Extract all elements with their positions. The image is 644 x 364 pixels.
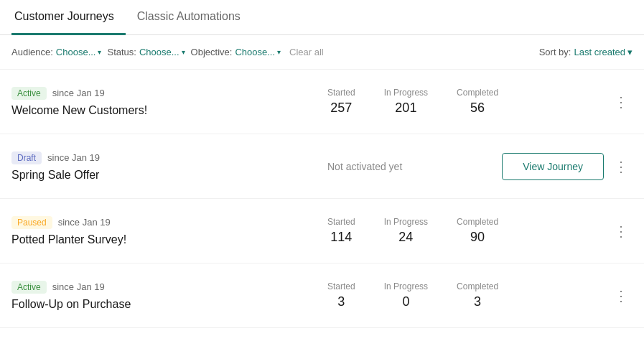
journey-row: Active since Jan 19 Follow-Up on Purchas… xyxy=(0,263,644,328)
completed-label: Completed xyxy=(457,281,498,291)
stat-in-progress: In Progress 201 xyxy=(384,88,428,116)
stat-in-progress: In Progress 24 xyxy=(384,217,428,245)
stat-started: Started 114 xyxy=(327,217,355,245)
tab-classic-automations[interactable]: Classic Automations xyxy=(126,0,252,35)
journey-left: Active since Jan 19 Follow-Up on Purchas… xyxy=(11,281,313,311)
status-chevron-icon: ▾ xyxy=(182,48,185,56)
clear-all-button[interactable]: Clear all xyxy=(289,47,324,57)
audience-chevron-icon: ▾ xyxy=(98,48,101,56)
journey-row: Draft since Jan 19 Spring Sale Offer Not… xyxy=(0,134,644,199)
started-label: Started xyxy=(327,88,355,98)
started-label: Started xyxy=(327,281,355,291)
in-progress-value: 0 xyxy=(402,294,409,309)
in-progress-label: In Progress xyxy=(384,217,428,227)
journey-meta: Paused since Jan 19 xyxy=(11,216,313,229)
journey-stats: Started 257 In Progress 201 Completed 56 xyxy=(313,88,604,116)
completed-label: Completed xyxy=(457,217,498,227)
audience-label: Audience: xyxy=(11,47,53,57)
journey-right-area: Started 3 In Progress 0 Completed 3 xyxy=(313,281,604,309)
stat-in-progress: In Progress 0 xyxy=(384,281,428,309)
journey-left: Draft since Jan 19 Spring Sale Offer xyxy=(11,151,313,182)
started-value: 114 xyxy=(330,230,352,245)
sort-chevron-icon: ▾ xyxy=(627,47,633,57)
journey-list: Active since Jan 19 Welcome New Customer… xyxy=(0,70,644,328)
journey-name: Potted Planter Survey! xyxy=(11,233,313,246)
audience-filter: Audience: Choose... ▾ xyxy=(11,47,101,57)
journey-left: Active since Jan 19 Welcome New Customer… xyxy=(11,87,313,117)
sort-label: Sort by: xyxy=(539,47,571,57)
started-label: Started xyxy=(327,217,355,227)
completed-value: 90 xyxy=(470,230,485,245)
since-text: since Jan 19 xyxy=(52,88,105,98)
more-menu-button[interactable]: ⋮ xyxy=(610,155,633,178)
journey-meta: Draft since Jan 19 xyxy=(11,151,313,164)
sort-select[interactable]: Last created ▾ xyxy=(574,47,633,57)
started-value: 3 xyxy=(337,294,345,309)
since-text: since Jan 19 xyxy=(52,281,105,292)
more-menu-button[interactable]: ⋮ xyxy=(610,284,633,307)
more-menu-button[interactable]: ⋮ xyxy=(610,90,633,113)
more-menu-button[interactable]: ⋮ xyxy=(610,220,633,243)
in-progress-label: In Progress xyxy=(384,281,428,291)
app-container: Customer Journeys Classic Automations Au… xyxy=(0,0,644,364)
journey-meta: Active since Jan 19 xyxy=(11,281,313,294)
stat-started: Started 3 xyxy=(327,281,355,309)
status-label: Status: xyxy=(107,47,136,57)
completed-label: Completed xyxy=(457,88,498,98)
journey-left: Paused since Jan 19 Potted Planter Surve… xyxy=(11,216,313,246)
tab-customer-journeys[interactable]: Customer Journeys xyxy=(11,0,126,35)
stat-started: Started 257 xyxy=(327,88,355,116)
status-badge: Active xyxy=(11,281,47,294)
journey-name: Spring Sale Offer xyxy=(11,169,313,182)
status-filter: Status: Choose... ▾ xyxy=(107,47,185,57)
in-progress-value: 24 xyxy=(398,230,413,245)
journey-stats: Started 3 In Progress 0 Completed 3 xyxy=(313,281,604,309)
in-progress-value: 201 xyxy=(395,101,416,116)
objective-label: Objective: xyxy=(191,47,233,57)
filters-bar: Audience: Choose... ▾ Status: Choose... … xyxy=(0,35,644,70)
in-progress-label: In Progress xyxy=(384,88,428,98)
started-value: 257 xyxy=(330,101,352,116)
journey-name: Welcome New Customers! xyxy=(11,104,313,117)
journey-name: Follow-Up on Purchase xyxy=(11,298,313,311)
journey-row: Paused since Jan 19 Potted Planter Surve… xyxy=(0,199,644,263)
tabs-bar: Customer Journeys Classic Automations xyxy=(0,0,644,35)
status-select[interactable]: Choose... ▾ xyxy=(139,47,185,57)
journey-row: Active since Jan 19 Welcome New Customer… xyxy=(0,70,644,134)
view-journey-button[interactable]: View Journey xyxy=(502,153,604,180)
sort-group: Sort by: Last created ▾ xyxy=(539,47,633,57)
objective-select[interactable]: Choose... ▾ xyxy=(235,47,281,57)
completed-value: 3 xyxy=(474,294,481,309)
status-badge: Draft xyxy=(11,151,42,164)
journey-stats: Started 114 In Progress 24 Completed 90 xyxy=(313,217,604,245)
journey-meta: Active since Jan 19 xyxy=(11,87,313,100)
status-badge: Active xyxy=(11,87,47,100)
audience-select[interactable]: Choose... ▾ xyxy=(56,47,102,57)
status-badge: Paused xyxy=(11,216,52,229)
since-text: since Jan 19 xyxy=(47,152,100,163)
journey-right-area: Started 114 In Progress 24 Completed 90 xyxy=(313,217,604,245)
stat-completed: Completed 90 xyxy=(457,217,498,245)
journey-right-area: Started 257 In Progress 201 Completed 56 xyxy=(313,88,604,116)
journey-right-area: Not activated yet View Journey xyxy=(313,153,604,180)
since-text: since Jan 19 xyxy=(58,217,111,228)
not-activated-area: Not activated yet xyxy=(313,161,502,172)
stat-completed: Completed 56 xyxy=(457,88,498,116)
objective-filter: Objective: Choose... ▾ xyxy=(191,47,281,57)
not-activated-text: Not activated yet xyxy=(327,161,402,172)
objective-chevron-icon: ▾ xyxy=(277,48,281,56)
stat-completed: Completed 3 xyxy=(457,281,498,309)
completed-value: 56 xyxy=(470,101,485,116)
